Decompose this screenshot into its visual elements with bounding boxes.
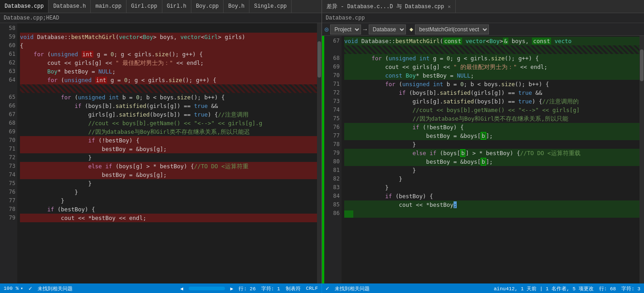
left-scrollbar[interactable] (317, 23, 322, 283)
code-line-hatch (20, 84, 317, 93)
right-status-ok-text: 未找到相关问题 (335, 285, 370, 292)
rcode-line-78: } (344, 140, 639, 149)
code-line-78: if (bestBoy) { (20, 205, 317, 214)
right-status-line: 行: 68 (599, 285, 616, 292)
rcode-line-68: for (unsigned int g = 0; g < girls.size(… (344, 54, 639, 63)
code-line-68: //cout << boys[b].getName() << "<-->" <<… (20, 119, 317, 127)
right-status-ok-icon: ✓ (326, 285, 329, 292)
rcode-line-70: const Boy* bestBoy = NULL; (344, 71, 639, 80)
code-line-64: for (unsigned int g = 0; g < girls.size(… (20, 76, 317, 84)
arrow-icon: → (363, 26, 366, 33)
right-code-content[interactable]: void Database::bestMatchGirl(const vecto… (342, 36, 639, 283)
zoom-dropdown-icon[interactable]: ▾ (20, 286, 23, 291)
zoom-control[interactable]: 100 % ▾ (4, 286, 23, 291)
rcode-line-77: bestBoy = &boys[b]; (344, 132, 639, 140)
rcode-line-79: else if (boys[b] > * bestBoy) {//TO DO <… (344, 149, 639, 157)
rcode-line-73: girls[g].satisfied(boys[b]) == true) {//… (344, 97, 639, 106)
rcode-line-75: //因为database与Boy和Girl类不存在继承关系,所以只能 (344, 114, 639, 123)
code-line-71: bestBoy = &boys[g]; (20, 145, 317, 153)
right-breadcrumb: Database.cpp (322, 13, 644, 23)
left-scroll-bar[interactable] (189, 287, 225, 290)
code-line-65: for (unsigned int b = 0; b < boys.size()… (20, 93, 317, 102)
diff-tab[interactable]: 差异 - Database.c...D 与 Database.cpp ✕ (322, 0, 456, 13)
code-line-76: } (20, 188, 317, 196)
code-line-60: { (20, 41, 317, 50)
code-line-63: Boy* bestBoy = NULL; (20, 67, 317, 76)
rcode-line-85: cout << *bestBoy; (344, 200, 639, 209)
code-line-62: cout << girls[g] << " 最佳配对男士为：" << endl; (20, 59, 317, 67)
project-select[interactable]: Project (330, 24, 361, 34)
left-status-bar: 100 % ▾ ✓ 未找到相关问题 ◀ ▶ 行: 26 字符: 1 制表符 CR… (0, 283, 322, 293)
tab-girl-h[interactable]: Girl.h (162, 0, 191, 13)
code-line-69: //因为database与Boy和Girl类不存在继承关系,所以只能迟 (20, 127, 317, 136)
rcode-line-74: //cout << boys[b].getName() << "<-->" <<… (344, 106, 639, 114)
rcode-line-76: if (!bestBoy) { (344, 123, 639, 132)
left-status-line: 行: 26 (239, 285, 255, 292)
left-code-content[interactable]: void Database::bestMatchGirl(vector<Boy>… (17, 23, 317, 283)
rcode-line-84: if (bestBoy) { (344, 192, 639, 200)
left-scroll-left[interactable]: ◀ (180, 286, 183, 292)
left-status-encoding: CRLF (306, 286, 318, 291)
right-status-bar: ✓ 未找到相关问题 ainu412, 1 天前 | 1 名作者, 5 项更改 行… (322, 283, 644, 293)
left-code-area[interactable]: 5859606162 6364 6566676869 7071727374 75… (0, 23, 322, 283)
code-line-74: bestBoy = &boys[g]; (20, 171, 317, 179)
rcode-line-69: cout << girls[g] << " 的最佳配对男士为：" << endl… (344, 63, 639, 71)
app-container: Database.cpp Database.h main.cpp Girl.cp… (0, 0, 644, 293)
zoom-label: 100 % (4, 286, 19, 291)
rcode-hatch (344, 45, 639, 54)
func-icon: ◆ (410, 25, 413, 33)
right-code-area[interactable]: 676869 7071727374 7576777879 8081828384 … (322, 36, 644, 283)
func-select[interactable]: bestMatchGirl(const vect (415, 24, 489, 34)
tab-boy-cpp[interactable]: Boy.cpp (191, 0, 224, 13)
tab-database-h[interactable]: Database.h (49, 0, 91, 13)
tab-girl-cpp[interactable]: Girl.cpp (127, 0, 162, 13)
left-line-numbers: 5859606162 6364 6566676869 7071727374 75… (0, 23, 17, 283)
rcode-line-67: void Database::bestMatchGirl(const vecto… (344, 37, 639, 45)
right-toolbar: ◎ Project → Database ◆ bestMatchGirl(con… (322, 23, 644, 36)
main-area: Database.cpp;HEAD 5859606162 6364 656667… (0, 13, 644, 283)
rcode-line-83: } (344, 183, 639, 192)
code-line-59: void Database::bestMatchGirl(vector<Boy>… (20, 33, 317, 41)
rcode-line-81: } (344, 166, 639, 175)
rcode-line-82: } (344, 175, 639, 183)
tab-boy-h[interactable]: Boy.h (224, 0, 249, 13)
code-line-66: if (boys[b].satisfied(girls[g]) == true … (20, 102, 317, 110)
code-line-67: girls[g].satisfied(boys[b]) == true) {//… (20, 110, 317, 119)
right-scrollbar[interactable] (639, 36, 644, 283)
project-icon: ◎ (325, 25, 328, 33)
right-status-author: ainu412, 1 天前 | 1 名作者, 5 项更改 (494, 285, 594, 292)
diff-tab-close-icon[interactable]: ✕ (448, 4, 451, 10)
database-select[interactable]: Database (369, 24, 406, 34)
status-bars: 100 % ▾ ✓ 未找到相关问题 ◀ ▶ 行: 26 字符: 1 制表符 CR… (0, 283, 644, 293)
left-status-char: 字符: 1 (261, 285, 280, 292)
diff-tab-label: 差异 - Database.c...D 与 Database.cpp (327, 3, 444, 10)
code-line-73: else if (boys[g] > * bestBoy) {//TO DO <… (20, 162, 317, 171)
left-status-ok-icon: ✓ (29, 285, 32, 292)
code-line-72: } (20, 153, 317, 162)
tab-main-cpp[interactable]: main.cpp (91, 0, 127, 13)
rcode-line-72: if (boys[b].satisfied(girls[g]) == true … (344, 88, 639, 97)
left-status-tab: 制表符 (286, 285, 301, 292)
right-panel: Database.cpp ◎ Project → Database ◆ best… (322, 13, 644, 283)
code-line-61: for (unsigned int g = 0; g < girls.size(… (20, 50, 317, 59)
left-breadcrumb: Database.cpp;HEAD (0, 13, 322, 23)
code-line-70: if (!bestBoy) { (20, 136, 317, 145)
tab-database-cpp[interactable]: Database.cpp (0, 0, 49, 13)
left-scroll-right[interactable]: ▶ (230, 286, 234, 292)
left-status-ok-text: 未找到相关问题 (38, 285, 73, 292)
right-status-char: 字符: 3 (621, 285, 640, 292)
code-line-79: cout << *bestBoy << endl; (20, 214, 317, 222)
right-line-numbers: 676869 7071727374 7576777879 8081828384 … (324, 36, 342, 283)
left-panel: Database.cpp;HEAD 5859606162 6364 656667… (0, 13, 322, 283)
rcode-line-80: bestBoy = &boys[b]; (344, 157, 639, 166)
code-line-58 (20, 24, 317, 33)
tab-single-cpp[interactable]: Single.cpp (249, 0, 292, 13)
left-tab-bar: Database.cpp Database.h main.cpp Girl.cp… (0, 0, 322, 13)
rcode-line-86 (344, 209, 639, 218)
code-line-77: } (20, 196, 317, 205)
diff-tab-bar: 差异 - Database.c...D 与 Database.cpp ✕ (322, 0, 644, 13)
code-line-75: } (20, 179, 317, 188)
rcode-line-71: for (unsigned int b = 0; b < boys.size()… (344, 80, 639, 88)
